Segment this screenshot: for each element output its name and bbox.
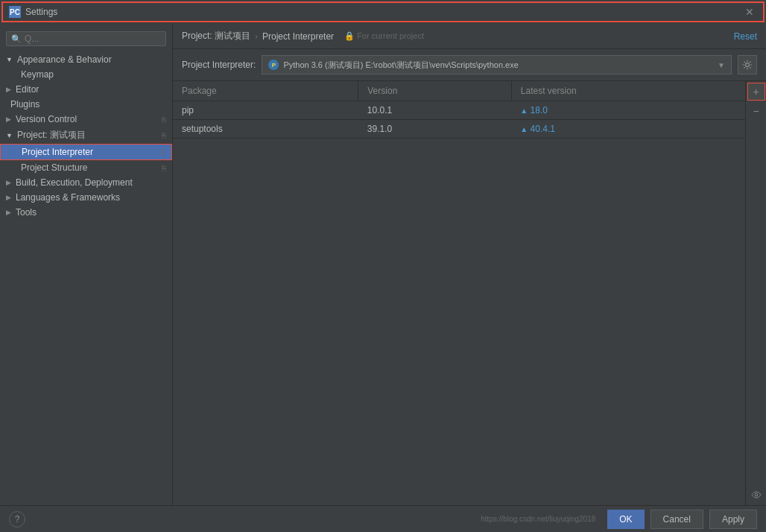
content-area: Project: 测试项目 › Project Interpreter 🔒 Fo… — [173, 24, 766, 505]
package-latest-version: ▲ 40.4.1 — [511, 120, 745, 139]
copy-icon: ⎘ — [162, 164, 166, 172]
content-header: Project: 测试项目 › Project Interpreter 🔒 Fo… — [173, 24, 766, 49]
expand-arrow-icon: ▶ — [6, 115, 11, 123]
package-table: Package Version Latest version pip — [173, 81, 745, 139]
search-icon: 🔍 — [11, 34, 22, 44]
sidebar-item-label: Editor — [16, 84, 39, 95]
search-box[interactable]: 🔍 — [6, 31, 166, 46]
sidebar-item-tools[interactable]: ▶ Tools — [0, 205, 172, 220]
sidebar-item-project[interactable]: ▼ Project: 测试项目 ⎘ — [0, 127, 172, 144]
bottom-left: ? — [9, 511, 25, 528]
sidebar-item-editor[interactable]: ▶ Editor — [0, 82, 172, 97]
for-current-project: 🔒 For current project — [344, 31, 424, 41]
reset-button[interactable]: Reset — [734, 31, 757, 42]
column-header-version: Version — [358, 81, 512, 101]
column-header-package: Package — [173, 81, 358, 101]
search-input[interactable] — [25, 34, 161, 44]
sidebar-item-label: Project: 测试项目 — [17, 129, 86, 142]
eye-button[interactable] — [747, 486, 765, 504]
sidebar-item-plugins[interactable]: Plugins — [0, 97, 172, 112]
cancel-button[interactable]: Cancel — [651, 510, 703, 529]
expand-arrow-icon: ▶ — [6, 194, 11, 201]
sidebar-item-appearance-behavior[interactable]: ▼ Appearance & Behavior — [0, 52, 172, 67]
python-icon: P — [268, 60, 279, 70]
bottom-bar: ? https://blog.csdn.net/liuyuqing2018 OK… — [0, 505, 766, 532]
help-button[interactable]: ? — [9, 511, 25, 528]
copy-icon: ⎘ — [162, 131, 166, 139]
remove-package-button[interactable]: − — [747, 102, 765, 120]
sidebar-item-label: Project Interpreter — [22, 147, 93, 157]
table-row: pip 10.0.1 ▲ 18.0 — [173, 101, 745, 120]
package-version: 39.1.0 — [358, 120, 512, 139]
expand-arrow-icon: ▼ — [6, 132, 13, 139]
ok-button[interactable]: OK — [607, 510, 644, 529]
sidebar-item-label: Tools — [16, 207, 37, 218]
sidebar-item-label: Languages & Frameworks — [16, 192, 120, 203]
title-bar: PC Settings ✕ — [1, 1, 765, 22]
svg-point-1 — [755, 493, 758, 496]
svg-point-0 — [746, 63, 750, 67]
watermark: https://blog.csdn.net/liuyuqing2018 — [481, 515, 595, 523]
column-header-latest-version: Latest version — [511, 81, 745, 101]
package-name: pip — [173, 101, 358, 120]
breadcrumb: Project: 测试项目 › Project Interpreter 🔒 Fo… — [182, 30, 424, 42]
sidebar-item-languages-frameworks[interactable]: ▶ Languages & Frameworks — [0, 190, 172, 205]
breadcrumb-project: Project: 测试项目 — [182, 30, 250, 42]
sidebar-item-project-interpreter[interactable]: Project Interpreter ⎘ — [0, 144, 172, 160]
dropdown-arrow-icon: ▼ — [718, 61, 725, 69]
sidebar-item-label: Version Control — [16, 114, 77, 124]
breadcrumb-separator: › — [255, 31, 258, 42]
expand-arrow-icon: ▶ — [6, 86, 11, 93]
close-button[interactable]: ✕ — [742, 4, 757, 19]
sidebar-item-label: Project Structure — [21, 162, 87, 173]
sidebar-item-label: Keymap — [21, 69, 54, 80]
copy-icon: ⎘ — [161, 148, 165, 156]
bottom-right: https://blog.csdn.net/liuyuqing2018 OK C… — [481, 510, 757, 529]
breadcrumb-current: Project Interpreter — [262, 31, 334, 42]
interpreter-row: Project Interpreter: P Python 3.6 (测试项目)… — [173, 49, 766, 81]
interpreter-path: Python 3.6 (测试项目) E:\robot\测试项目\venv\Scr… — [283, 60, 713, 71]
package-table-container: Package Version Latest version pip — [173, 81, 745, 505]
expand-arrow-icon: ▶ — [6, 209, 11, 216]
title-bar-left: PC Settings — [9, 6, 57, 18]
sidebar-item-version-control[interactable]: ▶ Version Control ⎘ — [0, 112, 172, 127]
sidebar-item-keymap[interactable]: Keymap — [0, 67, 172, 82]
sidebar-item-build-execution-deployment[interactable]: ▶ Build, Execution, Deployment — [0, 175, 172, 190]
sidebar-item-label: Appearance & Behavior — [17, 54, 112, 65]
expand-arrow-icon: ▼ — [6, 56, 13, 63]
sidebar-item-label: Plugins — [10, 99, 39, 110]
app-icon: PC — [9, 6, 21, 18]
sidebar-item-project-structure[interactable]: Project Structure ⎘ — [0, 160, 172, 175]
window-title: Settings — [25, 7, 57, 17]
package-latest-version: ▲ 18.0 — [511, 101, 745, 120]
sidebar: 🔍 ▼ Appearance & Behavior Keymap ▶ Edito… — [0, 24, 173, 505]
add-package-button[interactable]: + — [747, 83, 765, 101]
interpreter-label: Project Interpreter: — [182, 60, 256, 70]
copy-icon: ⎘ — [162, 115, 166, 124]
apply-button[interactable]: Apply — [709, 510, 757, 529]
interpreter-select[interactable]: P Python 3.6 (测试项目) E:\robot\测试项目\venv\S… — [262, 55, 732, 75]
main-layout: 🔍 ▼ Appearance & Behavior Keymap ▶ Edito… — [0, 24, 766, 505]
expand-arrow-icon: ▶ — [6, 179, 11, 186]
interpreter-settings-button[interactable] — [738, 55, 757, 75]
package-area: Package Version Latest version pip — [173, 81, 766, 505]
sidebar-item-label: Build, Execution, Deployment — [16, 177, 133, 188]
right-toolbar: + − — [745, 81, 766, 505]
table-row: setuptools 39.1.0 ▲ 40.4.1 — [173, 120, 745, 139]
package-version: 10.0.1 — [358, 101, 512, 120]
package-name: setuptools — [173, 120, 358, 139]
